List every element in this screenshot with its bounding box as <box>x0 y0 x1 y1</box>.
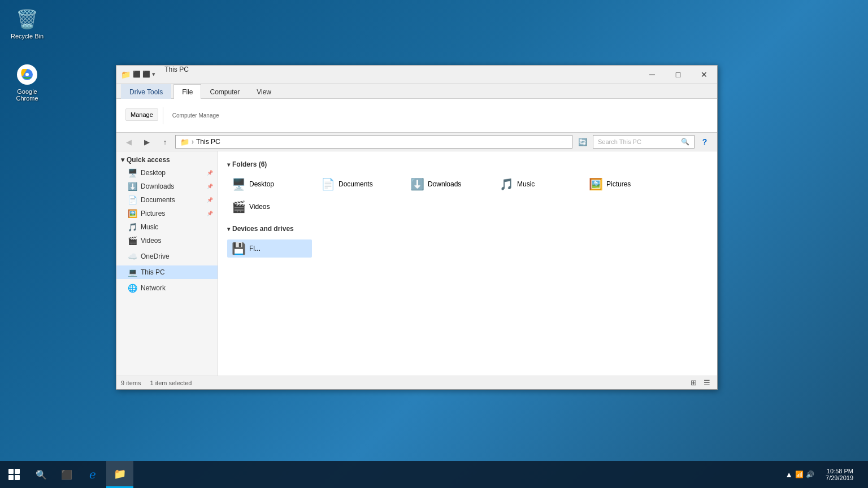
sidebar-item-documents[interactable]: 📄 Documents <box>116 193 218 207</box>
address-path[interactable]: 📁 › This PC <box>175 135 572 149</box>
task-view-icon: ⬛ <box>61 469 72 480</box>
task-view-button[interactable]: ⬛ <box>54 461 79 488</box>
tray-icons: ▲ 📶 🔊 <box>780 470 819 479</box>
help-button[interactable]: ? <box>697 135 713 149</box>
explorer-taskbar-icon: 📁 <box>114 468 126 480</box>
sidebar-item-pictures[interactable]: 🖼️ Pictures <box>116 207 218 220</box>
clock[interactable]: 10:58 PM 7/29/2019 <box>821 468 858 481</box>
volume-tray-icon[interactable]: 🔊 <box>806 470 814 478</box>
taskbar-search-icon: 🔍 <box>36 469 47 480</box>
taskbar-edge-button[interactable]: ℯ <box>79 461 106 488</box>
folder-pictures-icon: 🖼️ <box>589 177 603 191</box>
address-thispc: This PC <box>196 138 220 146</box>
folders-header-text: Folders (6) <box>232 160 267 168</box>
tray-expand-icon[interactable]: ▲ <box>785 470 793 479</box>
start-button[interactable] <box>0 461 28 488</box>
tab-view[interactable]: View <box>248 84 280 99</box>
network-tray-icon[interactable]: 📶 <box>795 470 804 478</box>
manage-button[interactable]: Manage <box>125 108 158 121</box>
thispc-sidebar-label: This PC <box>141 268 165 276</box>
sidebar: ▾ Quick access 🖥️ Desktop ⬇️ Downloads 📄… <box>116 151 218 376</box>
title-bar-icons: ⬛ ⬛ ▾ <box>133 71 155 78</box>
tab-computer[interactable]: Computer <box>201 84 248 99</box>
windows-logo <box>8 469 20 480</box>
minimize-button[interactable]: ─ <box>639 66 665 84</box>
device-floppy[interactable]: 💾 Fl... <box>227 239 312 258</box>
sidebar-item-onedrive[interactable]: ☁️ OneDrive <box>116 250 218 263</box>
sidebar-item-thispc[interactable]: 💻 This PC <box>116 265 218 279</box>
search-icon: 🔍 <box>681 138 689 146</box>
sidebar-item-downloads[interactable]: ⬇️ Downloads <box>116 180 218 193</box>
search-box[interactable]: Search This PC 🔍 <box>593 135 695 149</box>
videos-sidebar-label: Videos <box>141 237 161 245</box>
music-sidebar-label: Music <box>141 223 158 231</box>
ribbon: Drive Tools File Computer View Manage Co… <box>116 84 717 133</box>
title-bar: 📁 ⬛ ⬛ ▾ This PC ─ □ ✕ <box>116 66 717 84</box>
music-sidebar-icon: 🎵 <box>128 223 137 232</box>
google-chrome-icon[interactable]: Google Chrome <box>5 61 50 104</box>
desktop-sidebar-label: Desktop <box>141 169 166 177</box>
folder-desktop[interactable]: 🖥️ Desktop <box>227 175 312 193</box>
folder-pictures-label: Pictures <box>606 180 631 188</box>
downloads-sidebar-label: Downloads <box>141 182 174 190</box>
file-content: ▾ Folders (6) 🖥️ Desktop 📄 Documents ⬇️ … <box>218 151 717 376</box>
ribbon-group-manage: Manage <box>121 107 163 124</box>
status-bar: 9 items 1 item selected ⊞ ☰ <box>116 376 717 389</box>
onedrive-section: ☁️ OneDrive <box>116 250 218 263</box>
up-button[interactable]: ↑ <box>157 135 173 149</box>
devices-header-text: Devices and drives <box>232 225 294 233</box>
folder-desktop-label: Desktop <box>249 180 274 188</box>
sidebar-item-music[interactable]: 🎵 Music <box>116 220 218 234</box>
sidebar-item-desktop[interactable]: 🖥️ Desktop <box>116 166 218 180</box>
onedrive-icon: ☁️ <box>128 252 137 261</box>
details-view-btn[interactable]: ☰ <box>701 377 713 389</box>
taskbar-pinned-items: ℯ 📁 <box>79 461 133 488</box>
folders-grid: 🖥️ Desktop 📄 Documents ⬇️ Downloads 🎵 Mu… <box>223 171 713 220</box>
folder-downloads[interactable]: ⬇️ Downloads <box>406 175 491 193</box>
ribbon-content: Manage Computer Manage <box>116 98 717 132</box>
quick-access-section: ▾ Quick access 🖥️ Desktop ⬇️ Downloads 📄… <box>116 154 218 247</box>
clock-date: 7/29/2019 <box>826 474 853 481</box>
sidebar-item-videos[interactable]: 🎬 Videos <box>116 234 218 247</box>
folder-videos-label: Videos <box>249 203 270 211</box>
downloads-sidebar-icon: ⬇️ <box>128 182 137 191</box>
chrome-img <box>16 63 38 86</box>
explorer-window: 📁 ⬛ ⬛ ▾ This PC ─ □ ✕ Drive Tools File C… <box>116 65 718 390</box>
sidebar-item-network[interactable]: 🌐 Network <box>116 281 218 295</box>
recycle-bin-icon[interactable]: 🗑️ Recycle Bin <box>5 6 50 42</box>
search-button[interactable]: 🔍 <box>28 461 54 488</box>
folder-videos[interactable]: 🎬 Videos <box>227 198 312 216</box>
forward-button[interactable]: ▶ <box>139 135 155 149</box>
folder-desktop-icon: 🖥️ <box>232 177 246 191</box>
folder-downloads-label: Downloads <box>428 180 461 188</box>
devices-collapse[interactable]: ▾ <box>227 226 230 232</box>
content-area: ▾ Quick access 🖥️ Desktop ⬇️ Downloads 📄… <box>116 151 717 376</box>
device-floppy-label: Fl... <box>249 245 261 252</box>
quick-access-arrow: ▾ <box>121 156 124 164</box>
thispc-sidebar-icon: 💻 <box>128 268 137 277</box>
close-button[interactable]: ✕ <box>691 66 717 84</box>
recycle-bin-label: Recycle Bin <box>11 33 44 40</box>
maximize-button[interactable]: □ <box>665 66 691 84</box>
thispc-section: 💻 This PC <box>116 265 218 279</box>
taskbar-explorer-button[interactable]: 📁 <box>106 461 133 488</box>
window-title: This PC <box>164 66 189 83</box>
selected-count: 1 item selected <box>150 380 192 386</box>
show-desktop-button[interactable] <box>860 461 863 488</box>
folder-documents[interactable]: 📄 Documents <box>316 175 401 193</box>
pictures-sidebar-label: Pictures <box>141 210 165 217</box>
drive-tools-tab[interactable]: Drive Tools <box>121 84 171 99</box>
folder-pictures[interactable]: 🖼️ Pictures <box>584 175 669 193</box>
folder-music[interactable]: 🎵 Music <box>495 175 580 193</box>
folders-collapse[interactable]: ▾ <box>227 162 230 168</box>
quick-access-header[interactable]: ▾ Quick access <box>116 154 218 166</box>
refresh-button[interactable]: 🔄 <box>575 135 591 149</box>
large-icons-view-btn[interactable]: ⊞ <box>688 377 699 389</box>
chrome-label: Google Chrome <box>7 88 47 102</box>
network-sidebar-label: Network <box>141 284 166 292</box>
search-text: Search This PC <box>598 138 641 145</box>
desktop-sidebar-icon: 🖥️ <box>128 168 137 177</box>
tab-file[interactable]: File <box>173 84 201 99</box>
address-bar: ◀ ▶ ↑ 📁 › This PC 🔄 Search This PC 🔍 ? <box>116 133 717 151</box>
back-button[interactable]: ◀ <box>121 135 137 149</box>
